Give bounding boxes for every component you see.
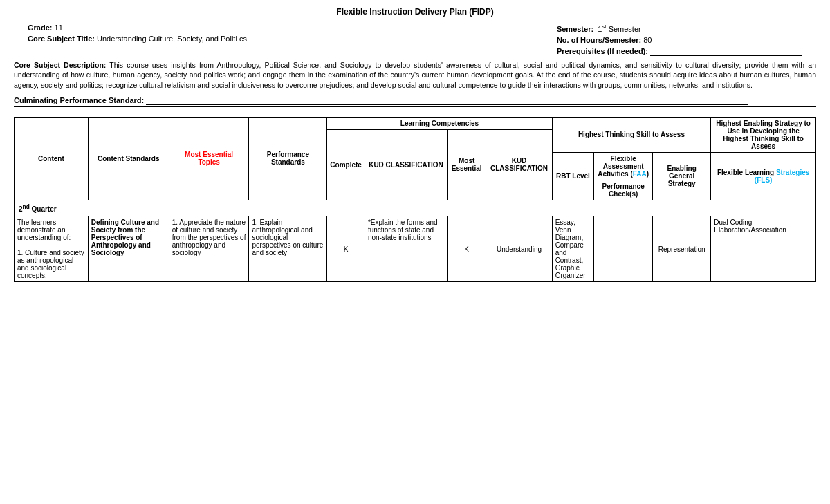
culminating-section: Culminating Performance Standard: (14, 96, 816, 107)
header-highest-enabling: Highest Enabling Strategy to Use in Deve… (711, 117, 816, 152)
info-left: Grade: 11 Core Subject Title: Understand… (28, 24, 247, 56)
culminating-line (146, 96, 748, 105)
header-most-essential-col: Most Essential (448, 129, 486, 200)
info-section: Grade: 11 Core Subject Title: Understand… (14, 24, 816, 56)
hours-label: No. of Hours/Semester: (557, 36, 641, 44)
subject-row: Core Subject Title: Understanding Cultur… (28, 35, 247, 43)
cs-bold: Defining Culture and Society from the Pe… (91, 218, 159, 256)
header-most-essential: Most EssentialTopics (169, 117, 249, 200)
prereq-line (650, 47, 802, 56)
data-row-1: The learners demonstrate an understandin… (15, 216, 816, 282)
description-label: Core Subject Description: (14, 61, 106, 69)
header-kud1: KUD CLASSIFICATION (365, 129, 447, 200)
main-table: Content Content Standards Most Essential… (14, 117, 816, 282)
semester-label: Semester: (557, 25, 593, 33)
cell-kud1: K (327, 216, 365, 282)
quarter-row: 2nd Quarter (15, 200, 816, 216)
header-fls: Flexible Learning Strategies (FLS) (711, 152, 816, 200)
cell-fls: Dual CodingElaboration/Association (711, 216, 816, 282)
header-highest-thinking: Highest Thinking Skill to Assess (552, 117, 711, 152)
header-kud2: KUD CLASSIFICATION (486, 129, 552, 200)
header-perf-checks: Performance Check(s) (594, 180, 653, 200)
prereq-label: Prerequisites (If needed): (557, 47, 648, 55)
prereq-row: Prerequisites (If needed): (557, 47, 802, 56)
hours-row: No. of Hours/Semester: 80 (557, 36, 802, 44)
page-title: Flexible Instruction Delivery Plan (FIDP… (14, 7, 816, 17)
header-learning-competencies: Learning Competencies (327, 117, 552, 129)
header-content: Content (15, 117, 89, 200)
cell-kud2: K (448, 216, 486, 282)
cell-content-standards: Defining Culture and Society from the Pe… (88, 216, 169, 282)
header-row-1: Content Content Standards Most Essential… (15, 117, 816, 129)
faa-label-post: ) (647, 170, 649, 178)
header-rbt: RBT Level (552, 152, 594, 200)
semester-suffix: Semester (607, 25, 641, 33)
header-enabling-general: Enabling General Strategy (653, 152, 711, 200)
description-section: Core Subject Description: This course us… (14, 60, 816, 91)
fls-label-pre: Flexible Learning (717, 169, 776, 176)
grade-label: Grade: (28, 24, 52, 32)
grade-value: 11 (55, 24, 63, 32)
subject-label: Core Subject Title: (28, 35, 95, 43)
hours-value: 80 (643, 36, 652, 44)
cell-faa: Essay,Venn Diagram,Compare and Contrast,… (552, 216, 594, 282)
faa-label-faa: FAA (633, 170, 647, 178)
cell-enabling: Representation (653, 216, 711, 282)
header-performance-standards: Performance Standards (249, 117, 327, 200)
culminating-label: Culminating Performance Standard: (14, 96, 144, 104)
description-text: This course uses insights from Anthropol… (14, 61, 816, 89)
header-faa: Flexible Assessment Activities (FAA) (594, 152, 653, 180)
cell-perf-checks (594, 216, 653, 282)
header-complete: Complete (327, 129, 365, 200)
grade-row: Grade: 11 (28, 24, 247, 32)
quarter-label: 2nd Quarter (15, 200, 816, 216)
semester-row: Semester: 1st Semester (557, 24, 802, 33)
subject-value: Understanding Culture, Society, and Poli… (97, 35, 247, 43)
cell-performance-standards: 1. Appreciate the nature of culture and … (169, 216, 249, 282)
cell-complete: 1. Explain anthropological and sociologi… (249, 216, 327, 282)
cell-rbt: Understanding (486, 216, 552, 282)
cell-content: The learners demonstrate an understandin… (15, 216, 89, 282)
info-right: Semester: 1st Semester No. of Hours/Seme… (557, 24, 802, 56)
header-content-standards: Content Standards (88, 117, 169, 200)
cell-most-essential: *Explain the forms and functions of stat… (365, 216, 447, 282)
